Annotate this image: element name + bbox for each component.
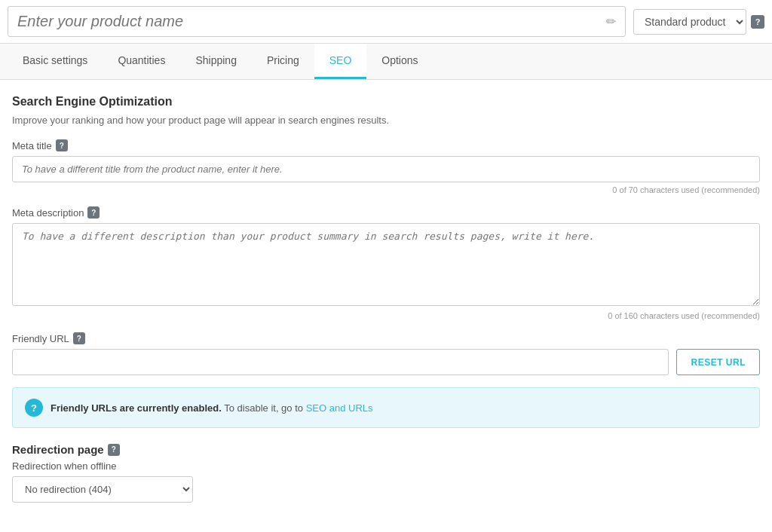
meta-title-help-icon[interactable]: ? [56, 139, 68, 151]
tabs-bar: Basic settings Quantities Shipping Prici… [0, 44, 772, 80]
friendly-url-help-icon[interactable]: ? [73, 332, 85, 344]
friendly-url-label: Friendly URL ? [12, 332, 760, 344]
tab-options[interactable]: Options [366, 44, 433, 79]
meta-description-help-icon[interactable]: ? [87, 206, 100, 219]
meta-title-char-count: 0 of 70 characters used (recommended) [12, 185, 760, 194]
tab-quantities[interactable]: Quantities [103, 44, 180, 79]
seo-content: Search Engine Optimization Improve your … [0, 80, 772, 521]
redirection-label: Redirection when offline [12, 460, 760, 472]
product-type-help-icon[interactable]: ? [751, 15, 764, 29]
redirection-select[interactable]: No redirection (404) 301 Moved Permanent… [12, 476, 193, 503]
seo-and-urls-link[interactable]: SEO and URLs [306, 402, 373, 414]
reset-url-button[interactable]: RESET URL [676, 349, 760, 375]
edit-icon: ✏ [606, 14, 616, 29]
section-desc: Improve your ranking and how your produc… [12, 115, 760, 126]
product-type-wrapper: Standard product Virtual product Pack of… [633, 9, 764, 35]
meta-title-input[interactable] [12, 156, 760, 182]
section-title: Search Engine Optimization [12, 95, 760, 109]
friendly-url-group: Friendly URL ? RESET URL [12, 332, 760, 375]
meta-description-group: Meta description ? 0 of 160 characters u… [12, 206, 760, 320]
info-circle-icon: ? [25, 399, 43, 417]
info-box-normal: To disable it, go to [224, 402, 305, 414]
friendly-url-info-box: ? Friendly URLs are currently enabled. T… [12, 387, 760, 428]
redirection-help-icon[interactable]: ? [108, 444, 120, 456]
info-box-text: Friendly URLs are currently enabled. To … [51, 402, 373, 414]
friendly-url-input[interactable] [12, 349, 669, 375]
info-box-bold: Friendly URLs are currently enabled. [51, 402, 222, 414]
meta-description-input[interactable] [12, 223, 760, 306]
meta-title-label: Meta title ? [12, 139, 760, 151]
meta-description-label: Meta description ? [12, 206, 760, 219]
tab-pricing[interactable]: Pricing [252, 44, 314, 79]
url-row: RESET URL [12, 349, 760, 375]
tab-basic-settings[interactable]: Basic settings [8, 44, 103, 79]
tab-shipping[interactable]: Shipping [180, 44, 252, 79]
meta-title-group: Meta title ? 0 of 70 characters used (re… [12, 139, 760, 194]
page-header: ✏ Standard product Virtual product Pack … [0, 0, 772, 44]
product-type-select[interactable]: Standard product Virtual product Pack of… [633, 9, 746, 35]
redirection-group: Redirection page ? Redirection when offl… [12, 443, 760, 503]
product-name-input[interactable] [17, 13, 600, 30]
product-name-field[interactable]: ✏ [8, 6, 626, 37]
tab-seo[interactable]: SEO [314, 44, 367, 79]
redirection-title: Redirection page ? [12, 443, 760, 456]
meta-description-char-count: 0 of 160 characters used (recommended) [12, 311, 760, 320]
